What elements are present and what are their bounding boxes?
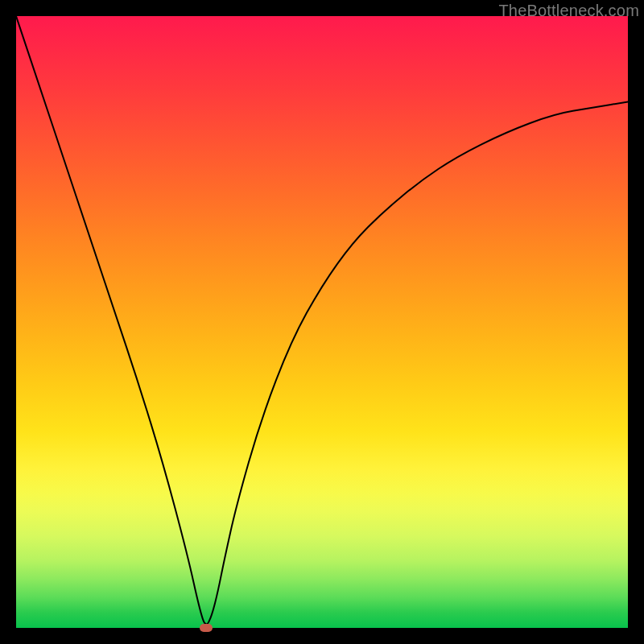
optimal-point-marker [200, 624, 213, 632]
bottleneck-curve [16, 16, 628, 628]
chart-frame: TheBottleneck.com [0, 0, 644, 644]
plot-area [16, 16, 628, 628]
